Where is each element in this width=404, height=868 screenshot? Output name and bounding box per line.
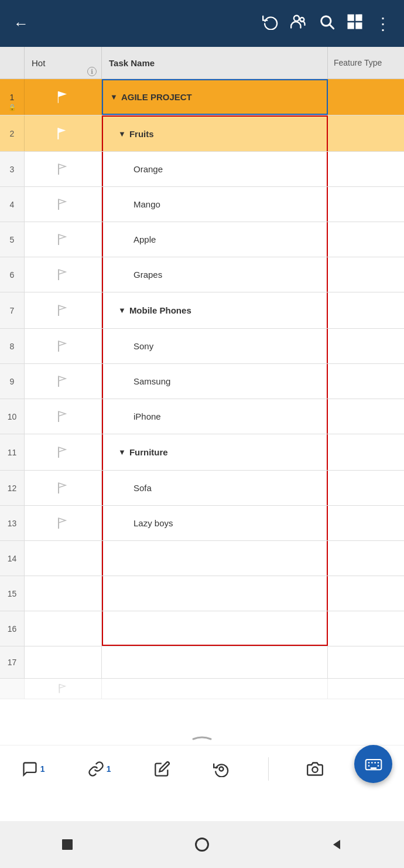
row-number: 7 bbox=[0, 292, 25, 328]
task-name-cell[interactable]: Mango bbox=[102, 187, 328, 222]
hot-cell[interactable] bbox=[25, 434, 102, 470]
svg-marker-32 bbox=[59, 518, 66, 523]
feature-type-cell bbox=[328, 115, 404, 151]
expand-arrow[interactable]: ▼ bbox=[110, 306, 126, 315]
table-row[interactable]: 10 iPhone bbox=[0, 399, 404, 434]
edit-button[interactable] bbox=[149, 756, 175, 782]
table-row[interactable] bbox=[0, 679, 404, 699]
table-row[interactable]: 7 ▼ Mobile Phones bbox=[0, 292, 404, 329]
hot-cell[interactable] bbox=[25, 329, 102, 363]
task-name-cell[interactable]: iPhone bbox=[102, 399, 328, 434]
comments-button[interactable]: 1 bbox=[17, 756, 50, 782]
hot-cell[interactable] bbox=[25, 471, 102, 505]
expand-arrow[interactable]: ▼ bbox=[110, 130, 126, 138]
hot-cell[interactable] bbox=[25, 257, 102, 292]
feature-type-cell bbox=[328, 506, 404, 540]
feature-type-cell bbox=[328, 434, 404, 470]
table-row[interactable]: 6 Grapes bbox=[0, 257, 404, 292]
table-row[interactable]: 1 🔒 ▼ AGILE PROJECT bbox=[0, 79, 404, 115]
svg-marker-28 bbox=[59, 447, 66, 452]
more-button[interactable]: ⋮ bbox=[371, 14, 395, 33]
task-name-cell[interactable]: Samsung bbox=[102, 364, 328, 399]
task-name-cell[interactable]: Lazy boys bbox=[102, 506, 328, 540]
history-button[interactable] bbox=[208, 756, 234, 782]
table-row[interactable]: 9 Samsung bbox=[0, 364, 404, 399]
feature-type-cell bbox=[328, 541, 404, 576]
svg-point-48 bbox=[196, 839, 208, 851]
hot-cell[interactable] bbox=[25, 187, 102, 222]
task-name-cell[interactable]: Apple bbox=[102, 222, 328, 257]
drag-handle[interactable] bbox=[184, 733, 220, 745]
task-name-cell[interactable] bbox=[102, 541, 328, 576]
back-button[interactable]: ← bbox=[9, 15, 33, 33]
back-nav-button[interactable] bbox=[325, 833, 348, 856]
task-name-text: Fruits bbox=[129, 129, 154, 139]
feature-type-cell bbox=[328, 187, 404, 222]
hot-cell[interactable] bbox=[25, 79, 102, 115]
row-number: 17 bbox=[0, 646, 25, 678]
table-row[interactable]: 2 ▼ Fruits bbox=[0, 115, 404, 152]
divider bbox=[268, 757, 269, 781]
camera-icon bbox=[307, 761, 323, 777]
feature-type-cell bbox=[328, 329, 404, 363]
users-button[interactable] bbox=[287, 13, 310, 34]
table-row[interactable]: 3 Orange bbox=[0, 152, 404, 187]
expand-arrow[interactable]: ▼ bbox=[110, 448, 126, 457]
task-name-cell[interactable]: ▼ AGILE PROJECT bbox=[102, 79, 328, 115]
hot-cell[interactable] bbox=[25, 399, 102, 434]
table-row[interactable]: 8 Sony bbox=[0, 329, 404, 364]
info-icon[interactable]: ℹ bbox=[87, 67, 97, 76]
svg-point-36 bbox=[220, 767, 224, 771]
table-header: Hot ℹ Task Name Feature Type bbox=[0, 47, 404, 79]
grid-button[interactable] bbox=[343, 13, 367, 35]
task-name-cell[interactable]: ▼ Fruits bbox=[102, 115, 328, 151]
task-name-cell[interactable]: ▼ Mobile Phones bbox=[102, 292, 328, 328]
table-row[interactable]: 17 bbox=[0, 646, 404, 679]
keyboard-fab[interactable] bbox=[354, 745, 392, 783]
svg-marker-22 bbox=[59, 341, 66, 346]
table-row[interactable]: 4 Mango bbox=[0, 187, 404, 222]
feature-type-cell bbox=[328, 292, 404, 328]
task-name-cell[interactable]: Orange bbox=[102, 152, 328, 186]
task-name-cell[interactable] bbox=[102, 646, 328, 678]
flag-icon bbox=[56, 162, 70, 176]
feature-type-cell bbox=[328, 222, 404, 257]
row-num-header bbox=[0, 47, 25, 79]
hot-cell[interactable] bbox=[25, 292, 102, 328]
row-number: 11 bbox=[0, 434, 25, 470]
hot-cell[interactable] bbox=[25, 222, 102, 257]
hot-cell[interactable] bbox=[25, 506, 102, 540]
android-navigation-bar bbox=[0, 821, 404, 868]
expand-arrow[interactable]: ▼ bbox=[110, 93, 118, 101]
task-name-cell[interactable]: Sofa bbox=[102, 471, 328, 505]
feature-type-column-header: Feature Type bbox=[328, 47, 404, 79]
hot-cell[interactable] bbox=[25, 115, 102, 151]
svg-line-3 bbox=[330, 25, 333, 28]
home-button[interactable] bbox=[190, 833, 214, 856]
hot-cell[interactable] bbox=[25, 364, 102, 399]
hot-cell[interactable] bbox=[25, 152, 102, 186]
camera-button[interactable] bbox=[302, 756, 328, 782]
table-row[interactable]: 14 bbox=[0, 541, 404, 576]
task-name-cell[interactable] bbox=[102, 611, 328, 646]
search-button[interactable] bbox=[315, 13, 338, 34]
table-row[interactable]: 15 bbox=[0, 576, 404, 611]
links-button[interactable]: 1 bbox=[83, 756, 116, 782]
hot-header-label: Hot bbox=[32, 58, 45, 68]
feature-type-cell bbox=[328, 152, 404, 186]
task-name-cell[interactable]: Grapes bbox=[102, 257, 328, 292]
bottom-action-bar: 1 1 bbox=[0, 745, 404, 792]
svg-marker-20 bbox=[59, 305, 66, 310]
task-name-cell[interactable]: ▼ Furniture bbox=[102, 434, 328, 470]
task-name-text: Sofa bbox=[110, 483, 152, 493]
refresh-button[interactable] bbox=[259, 13, 282, 34]
stop-button[interactable] bbox=[56, 833, 79, 856]
table-row[interactable]: 16 bbox=[0, 611, 404, 646]
table-row[interactable]: 13 Lazy boys bbox=[0, 506, 404, 541]
table-row[interactable]: 5 Apple bbox=[0, 222, 404, 257]
links-badge: 1 bbox=[107, 764, 111, 774]
task-name-cell[interactable]: Sony bbox=[102, 329, 328, 363]
table-row[interactable]: 12 Sofa bbox=[0, 471, 404, 506]
table-row[interactable]: 11 ▼ Furniture bbox=[0, 434, 404, 471]
task-name-cell[interactable] bbox=[102, 576, 328, 611]
